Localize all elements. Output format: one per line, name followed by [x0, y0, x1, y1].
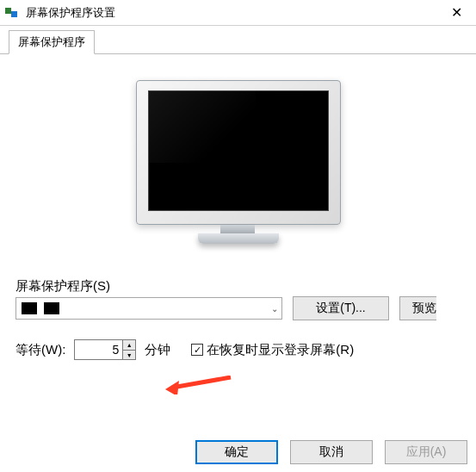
screensaver-current — [22, 298, 66, 319]
settings-button[interactable]: 设置(T)... — [293, 296, 389, 320]
close-button[interactable]: ✕ — [436, 0, 476, 26]
screensaver-thumb — [44, 302, 59, 314]
dialog-footer: 确定 取消 应用(A) — [0, 432, 476, 472]
tab-screensaver[interactable]: 屏幕保护程序 — [9, 30, 95, 54]
wait-spin-up[interactable]: ▲ — [122, 339, 136, 350]
chevron-down-icon: ▼ — [127, 352, 133, 358]
ok-button-label: 确定 — [225, 444, 249, 460]
screensaver-select[interactable]: ⌄ — [15, 297, 282, 320]
titlebar: 屏幕保护程序设置 ✕ — [0, 0, 476, 26]
wait-unit: 分钟 — [145, 342, 170, 358]
settings-button-label: 设置(T)... — [316, 301, 366, 316]
screensaver-thumb — [22, 302, 37, 314]
cancel-button-label: 取消 — [319, 444, 343, 460]
chevron-up-icon: ▲ — [127, 342, 133, 348]
apply-button-label: 应用(A) — [406, 444, 447, 460]
check-icon: ✓ — [194, 345, 201, 355]
screensaver-preview-screen — [148, 90, 329, 211]
tab-strip: 屏幕保护程序 — [0, 26, 476, 54]
resume-checkbox-wrap[interactable]: ✓ 在恢复时显示登录屏幕(R) — [191, 342, 354, 358]
close-icon: ✕ — [451, 4, 462, 21]
window-icon — [5, 6, 19, 20]
preview-area — [15, 80, 461, 252]
wait-input[interactable] — [74, 339, 122, 360]
group-label: 屏幕保护程序(S) — [15, 278, 461, 295]
tab-body: 屏幕保护程序(S) ⌄ 设置(T)... 预览 等待(W): ▲ ▼ 分钟 — [0, 54, 476, 444]
resume-checkbox[interactable]: ✓ — [191, 344, 203, 356]
ok-button[interactable]: 确定 — [195, 440, 278, 464]
wait-spinner: ▲ ▼ — [74, 339, 136, 360]
wait-label: 等待(W): — [15, 342, 65, 358]
apply-button[interactable]: 应用(A) — [385, 440, 467, 464]
chevron-down-icon: ⌄ — [271, 304, 278, 314]
window-title: 屏幕保护程序设置 — [26, 5, 436, 21]
monitor-preview — [136, 80, 341, 252]
preview-button-label: 预览 — [412, 301, 436, 316]
wait-spin-down[interactable]: ▼ — [122, 350, 136, 360]
resume-checkbox-label: 在恢复时显示登录屏幕(R) — [207, 342, 354, 358]
tab-label: 屏幕保护程序 — [18, 35, 85, 48]
preview-button[interactable]: 预览 — [399, 296, 436, 320]
cancel-button[interactable]: 取消 — [290, 440, 373, 464]
